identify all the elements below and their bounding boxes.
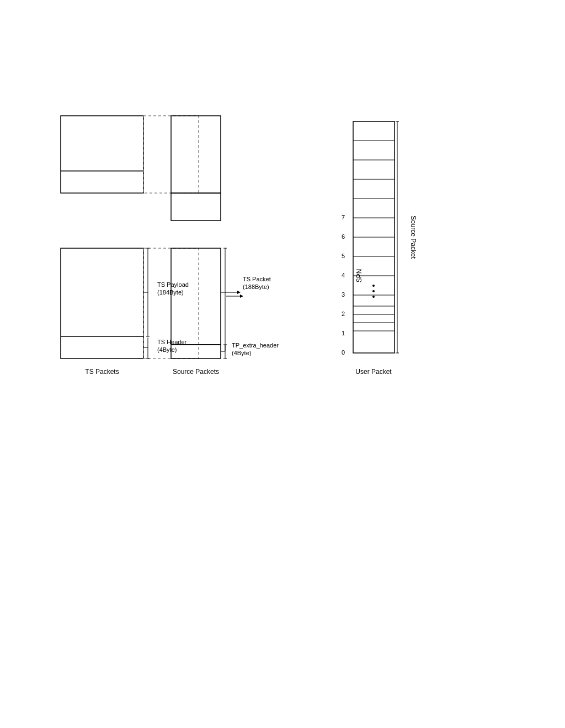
svg-point-40: [372, 290, 375, 292]
svg-point-39: [372, 285, 375, 287]
svg-text:(188Byte): (188Byte): [243, 283, 269, 290]
svg-text:0: 0: [342, 349, 345, 356]
svg-text:TS Packets: TS Packets: [85, 368, 119, 376]
svg-text:5: 5: [342, 253, 345, 259]
svg-rect-5: [61, 248, 143, 358]
svg-rect-9: [171, 345, 221, 358]
svg-text:TS Header: TS Header: [157, 339, 187, 345]
svg-text:SPN: SPN: [355, 269, 363, 283]
svg-text:3: 3: [342, 291, 345, 298]
svg-text:TS Payload: TS Payload: [157, 281, 189, 288]
svg-rect-8: [171, 248, 221, 345]
svg-text:(4Byte): (4Byte): [232, 350, 251, 356]
svg-rect-0: [61, 116, 143, 193]
svg-text:4: 4: [342, 272, 345, 279]
svg-text:1: 1: [342, 330, 345, 336]
svg-text:2: 2: [342, 311, 345, 317]
svg-marker-68: [240, 295, 243, 298]
svg-text:6: 6: [342, 233, 345, 240]
svg-text:Source Packets: Source Packets: [173, 368, 219, 376]
svg-marker-18: [237, 291, 241, 294]
svg-rect-3: [171, 116, 221, 193]
page-header: [0, 0, 565, 15]
svg-text:7: 7: [342, 214, 345, 221]
svg-rect-4: [171, 193, 221, 221]
svg-text:TS Packet: TS Packet: [243, 276, 271, 282]
svg-text:(4Byte): (4Byte): [157, 346, 177, 353]
svg-point-41: [372, 296, 375, 298]
svg-text:TP_extra_header: TP_extra_header: [232, 342, 279, 349]
diagram: 0 1 2 3 4 5 6 7 SPN TS Packets TS Payloa…: [28, 110, 535, 552]
svg-text:Source Packet: Source Packet: [409, 216, 417, 259]
svg-text:(184Byte): (184Byte): [157, 289, 184, 296]
svg-text:User Packet: User Packet: [355, 368, 392, 376]
